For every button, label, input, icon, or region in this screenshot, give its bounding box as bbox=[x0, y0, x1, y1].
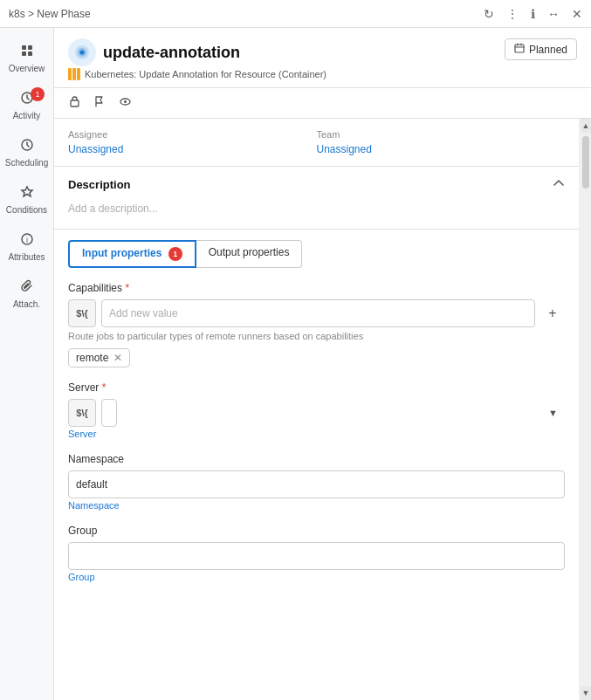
description-header: Description bbox=[68, 177, 565, 192]
more-icon[interactable]: ⋮ bbox=[506, 7, 519, 21]
svg-point-14 bbox=[124, 100, 127, 103]
tag-label: remote bbox=[76, 352, 108, 364]
status-button[interactable]: Planned bbox=[505, 38, 577, 60]
server-input-row: $\{ ▼ bbox=[68, 399, 565, 427]
main-layout: Overview 1 Activity Scheduling bbox=[0, 28, 591, 700]
breadcrumb: k8s > New Phase bbox=[9, 8, 91, 20]
add-capability-button[interactable]: + bbox=[540, 301, 565, 326]
attributes-icon: i bbox=[20, 232, 34, 250]
var-button-capabilities[interactable]: $\{ bbox=[68, 299, 96, 327]
conditions-icon bbox=[20, 185, 34, 202]
team-value[interactable]: Unassigned bbox=[317, 143, 566, 155]
scrollbar-track: ▲ ▼ bbox=[579, 119, 591, 700]
capabilities-input-row: $\{ + bbox=[68, 299, 565, 327]
refresh-icon[interactable]: ↻ bbox=[484, 7, 494, 21]
activity-badge: 1 bbox=[31, 87, 45, 101]
collapse-button[interactable] bbox=[553, 177, 565, 192]
properties-section: Input properties 1 Output properties Cap… bbox=[54, 230, 579, 607]
capabilities-hint: Route jobs to particular types of remote… bbox=[68, 331, 565, 341]
attach-label: Attach. bbox=[13, 299, 40, 309]
scroll-up-button[interactable]: ▲ bbox=[581, 119, 591, 133]
assignee-label: Assignee bbox=[68, 129, 317, 140]
tab-output-properties[interactable]: Output properties bbox=[196, 240, 303, 268]
group-field: Group Group bbox=[68, 525, 565, 582]
svg-point-10 bbox=[80, 51, 85, 55]
tag-remove-button[interactable]: ✕ bbox=[113, 352, 122, 364]
conditions-label: Conditions bbox=[6, 205, 47, 215]
svg-rect-12 bbox=[71, 100, 79, 106]
team-col: Team Unassigned bbox=[317, 129, 566, 155]
header-subtitle: Kubernetes: Update Annotation for Resour… bbox=[68, 68, 326, 80]
main-content: update-annotation Kubernetes: Update Ann… bbox=[54, 28, 591, 700]
assignee-row: Assignee Unassigned Team Unassigned bbox=[68, 129, 565, 155]
scheduling-label: Scheduling bbox=[5, 158, 48, 168]
activity-label: Activity bbox=[13, 111, 41, 120]
overview-label: Overview bbox=[9, 64, 45, 73]
lock-icon[interactable] bbox=[68, 95, 81, 111]
close-icon[interactable]: ✕ bbox=[572, 7, 582, 21]
info-icon[interactable]: ℹ bbox=[531, 7, 535, 21]
status-label: Planned bbox=[529, 44, 567, 56]
server-label: Server * bbox=[68, 381, 565, 394]
svg-rect-11 bbox=[515, 45, 524, 52]
body-scroll[interactable]: Assignee Unassigned Team Unassigned Desc… bbox=[54, 119, 591, 700]
title-bar-actions: ↻ ⋮ ℹ ↔ ✕ bbox=[484, 7, 582, 21]
chevron-down-icon: ▼ bbox=[548, 408, 558, 418]
sidebar-item-activity[interactable]: 1 Activity bbox=[0, 82, 53, 129]
server-select-wrapper: ▼ bbox=[101, 399, 565, 427]
tab-input-badge: 1 bbox=[168, 247, 182, 261]
tab-output-label: Output properties bbox=[209, 246, 290, 258]
namespace-input[interactable] bbox=[68, 470, 565, 498]
group-label: Group bbox=[68, 525, 565, 537]
server-field: Server * $\{ ▼ Server bbox=[68, 381, 565, 439]
assignee-value[interactable]: Unassigned bbox=[68, 143, 317, 155]
page-header: update-annotation Kubernetes: Update Ann… bbox=[54, 28, 591, 88]
namespace-label: Namespace bbox=[68, 453, 565, 465]
svg-rect-1 bbox=[28, 45, 32, 50]
description-title: Description bbox=[68, 178, 131, 191]
server-sublabel: Server bbox=[68, 429, 565, 439]
attributes-label: Attributes bbox=[8, 252, 45, 262]
scrollbar-thumb[interactable] bbox=[582, 136, 589, 189]
flag-icon[interactable] bbox=[93, 95, 107, 111]
sidebar: Overview 1 Activity Scheduling bbox=[0, 28, 54, 700]
title-bar: k8s > New Phase ↻ ⋮ ℹ ↔ ✕ bbox=[0, 0, 591, 28]
team-label: Team bbox=[317, 129, 566, 140]
sidebar-item-scheduling[interactable]: Scheduling bbox=[0, 129, 53, 176]
var-button-server[interactable]: $\{ bbox=[68, 399, 96, 427]
description-section: Description Add a description... bbox=[54, 167, 579, 230]
capabilities-label: Capabilities * bbox=[68, 282, 565, 294]
overview-icon bbox=[20, 44, 34, 61]
calendar-icon bbox=[514, 43, 525, 56]
sidebar-item-overview[interactable]: Overview bbox=[0, 35, 53, 82]
k8s-icon bbox=[68, 68, 80, 80]
capabilities-input[interactable] bbox=[101, 299, 535, 327]
svg-text:i: i bbox=[26, 236, 28, 244]
tab-input-properties[interactable]: Input properties 1 bbox=[68, 240, 196, 268]
sidebar-item-attributes[interactable]: i Attributes bbox=[0, 223, 53, 271]
description-placeholder[interactable]: Add a description... bbox=[68, 199, 565, 218]
sidebar-item-conditions[interactable]: Conditions bbox=[0, 176, 53, 223]
expand-icon[interactable]: ↔ bbox=[547, 7, 560, 21]
group-input[interactable] bbox=[68, 542, 565, 570]
assignee-col: Assignee Unassigned bbox=[68, 129, 317, 155]
tag-row: remote ✕ bbox=[68, 348, 565, 367]
capability-tag: remote ✕ bbox=[68, 348, 130, 367]
svg-rect-0 bbox=[22, 45, 26, 50]
page-title: update-annotation bbox=[103, 44, 240, 62]
eye-icon[interactable] bbox=[119, 95, 132, 111]
sidebar-item-attach[interactable]: Attach. bbox=[0, 271, 53, 318]
tabs: Input properties 1 Output properties bbox=[68, 240, 565, 268]
attach-icon bbox=[20, 279, 34, 297]
required-marker: * bbox=[122, 282, 129, 294]
toolbar bbox=[54, 88, 591, 119]
group-sublabel: Group bbox=[68, 572, 565, 582]
header-left: update-annotation Kubernetes: Update Ann… bbox=[68, 38, 326, 80]
scroll-down-button[interactable]: ▼ bbox=[581, 686, 591, 700]
scheduling-icon bbox=[20, 138, 34, 155]
namespace-field: Namespace Namespace bbox=[68, 453, 565, 511]
server-select[interactable] bbox=[101, 399, 117, 427]
namespace-sublabel: Namespace bbox=[68, 500, 565, 511]
svg-rect-2 bbox=[22, 51, 26, 56]
tab-input-label: Input properties bbox=[82, 247, 161, 259]
